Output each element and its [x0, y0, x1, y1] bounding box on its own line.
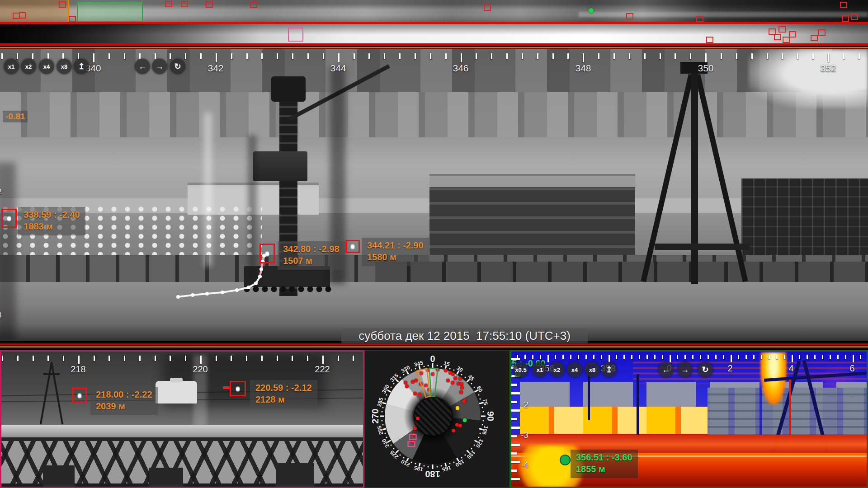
secondary-camera-panel[interactable]: 218220222218.00 : -2.222039 м220.59 : -2…	[0, 350, 364, 488]
zoom-x4-button[interactable]: x4	[39, 59, 54, 74]
green-target-marker[interactable]	[589, 8, 594, 13]
ruler-tick	[736, 53, 737, 59]
next-button[interactable]: →	[152, 59, 167, 74]
target-label: 344.21 : -2.901580 м	[362, 238, 429, 266]
ruler-label: 218	[71, 364, 85, 375]
ruler-tick	[677, 355, 678, 359]
target-box[interactable]	[230, 381, 246, 396]
detection-box[interactable]	[783, 37, 790, 43]
detection-box[interactable]	[59, 1, 66, 8]
zoom-x4-button[interactable]: x4	[567, 362, 582, 377]
compass-target-red[interactable]	[460, 386, 464, 389]
color-thermal-content: 3563580246x0.5x1x2x4x8↥←→↻356.51 : -3.60…	[510, 350, 868, 488]
compass-target-red[interactable]	[427, 388, 431, 391]
compass-target-red[interactable]	[404, 381, 407, 385]
ruler-tick	[700, 355, 701, 359]
zoom-x8-button[interactable]: x8	[57, 59, 72, 74]
detection-box[interactable]	[69, 16, 76, 22]
compass-target-red[interactable]	[414, 379, 418, 382]
detection-box[interactable]	[181, 1, 188, 7]
compass-radar-panel[interactable]: 0153045607590105120135150165180195210225…	[364, 350, 510, 488]
ruler-tick	[830, 355, 831, 359]
next-button[interactable]: →	[677, 362, 693, 377]
compass-target-red[interactable]	[405, 385, 409, 388]
detection-box[interactable]	[811, 35, 818, 41]
compass-tick-dot	[482, 407, 483, 408]
compass-target-red[interactable]	[416, 417, 420, 420]
detection-box[interactable]	[626, 13, 633, 19]
color-thermal-panel[interactable]: 3563580246x0.5x1x2x4x8↥←→↻356.51 : -3.60…	[510, 350, 868, 488]
detection-box[interactable]	[19, 12, 26, 19]
target-box[interactable]	[1, 209, 17, 228]
detection-box[interactable]	[789, 31, 796, 38]
detection-box[interactable]	[842, 15, 849, 22]
detection-box[interactable]	[250, 2, 257, 8]
compass-target-red[interactable]	[458, 424, 462, 427]
compass-target-red[interactable]	[460, 382, 463, 386]
compass-target-red[interactable]	[451, 381, 454, 385]
detection-box[interactable]	[778, 26, 786, 33]
compass-target-red[interactable]	[446, 379, 450, 382]
zoom-x1-button[interactable]: x1	[4, 59, 19, 74]
ruler-tick	[384, 53, 385, 59]
compass-target-red[interactable]	[420, 371, 423, 375]
ruler-tick	[738, 355, 739, 359]
detection-box[interactable]	[851, 14, 858, 20]
compass-tick-dot	[473, 445, 475, 446]
pink-sector-box[interactable]	[288, 28, 303, 42]
main-thermal-scene[interactable]	[0, 49, 868, 341]
compass-target-red[interactable]	[413, 392, 417, 395]
compass-label-300: 300	[381, 384, 391, 394]
zoom-x2-button[interactable]: x2	[21, 59, 36, 74]
compass-tick-dot	[410, 370, 412, 371]
detection-box[interactable]	[706, 37, 713, 43]
zoom-x2-button[interactable]: x2	[549, 362, 565, 377]
detection-box[interactable]	[696, 16, 703, 22]
detection-box[interactable]	[165, 1, 172, 7]
prev-button[interactable]: ←	[658, 362, 674, 377]
ruler-tick	[751, 53, 753, 59]
compass-fov-pink-box	[408, 441, 415, 447]
zoom-x8-button[interactable]: x8	[585, 362, 600, 377]
target-box[interactable]	[345, 240, 360, 253]
prev-button[interactable]: ←	[135, 59, 150, 74]
compass-target-red[interactable]	[459, 390, 463, 394]
ruler-label: 342	[208, 63, 223, 74]
compass-target-red[interactable]	[418, 393, 421, 396]
save-button[interactable]: ↥	[601, 362, 617, 377]
detection-box[interactable]	[484, 5, 491, 11]
compass-target-red[interactable]	[462, 400, 466, 404]
refresh-button[interactable]: ↻	[170, 59, 185, 74]
cc-green-target-icon[interactable]	[560, 455, 571, 465]
compass-target-red[interactable]	[424, 384, 428, 387]
compass-tick-dot	[386, 394, 387, 395]
compass-target-red[interactable]	[419, 382, 423, 386]
compass-target-yellow[interactable]	[456, 406, 460, 410]
ruler-tick	[200, 53, 202, 59]
compass-target-red[interactable]	[436, 368, 439, 371]
detection-box[interactable]	[840, 2, 847, 8]
ruler-tick	[585, 355, 587, 359]
save-button[interactable]: ↥	[74, 59, 89, 74]
detection-box[interactable]	[206, 1, 213, 8]
panorama-strip-bottom[interactable]	[0, 24, 868, 43]
compass-target-red[interactable]	[426, 368, 429, 372]
detection-box[interactable]	[818, 29, 826, 36]
compass-target-red[interactable]	[452, 429, 455, 432]
panorama-strip-top[interactable]	[0, 0, 868, 22]
compass-target-red[interactable]	[453, 376, 457, 380]
zoom-x1-button[interactable]: x1	[532, 362, 547, 377]
compass-target-green[interactable]	[463, 418, 467, 422]
zoom-x0.5-button[interactable]: x0.5	[513, 362, 528, 377]
target-box[interactable]	[72, 388, 87, 403]
compass-target-red[interactable]	[444, 369, 448, 372]
compass-target-red[interactable]	[413, 427, 417, 430]
target-box[interactable]	[259, 244, 275, 263]
compass-target-red[interactable]	[455, 423, 459, 427]
compass-target-red[interactable]	[458, 377, 462, 380]
compass-target-red[interactable]	[451, 372, 455, 376]
selected-sector-box[interactable]	[77, 1, 143, 22]
detection-box[interactable]	[774, 34, 781, 40]
compass-target-red[interactable]	[431, 372, 434, 376]
refresh-button[interactable]: ↻	[698, 362, 713, 377]
